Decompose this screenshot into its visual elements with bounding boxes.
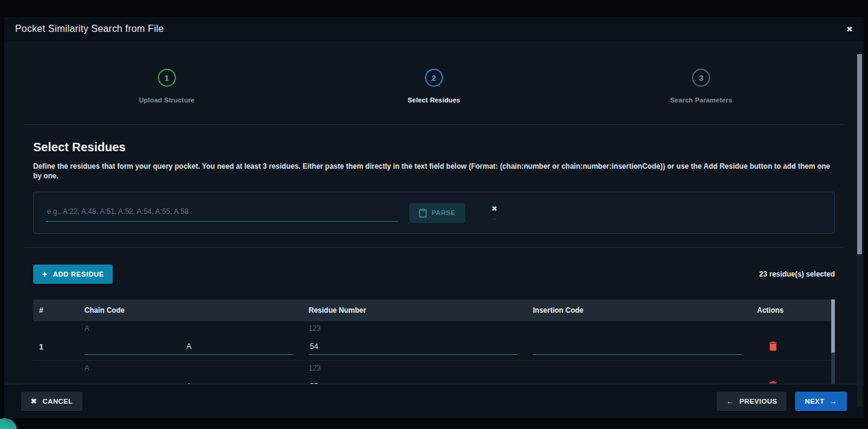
modal-header: Pocket Similarity Search from File ✖ <box>4 17 864 41</box>
step-1-circle: 1 <box>158 69 176 87</box>
row-index: 1 <box>33 343 84 351</box>
background-fab[interactable] <box>0 418 17 429</box>
col-header-actions: Actions <box>757 306 835 315</box>
col-header-index: # <box>33 306 84 315</box>
trash-icon <box>769 342 777 351</box>
modal-body: 1 Upload Structure 2 Select Residues 3 S… <box>4 41 864 384</box>
step-2-label: Select Residues <box>407 96 460 104</box>
parse-divider <box>25 247 843 248</box>
residue-number-input[interactable] <box>309 380 518 384</box>
table-row: 1 <box>33 335 835 359</box>
stepper-divider <box>25 124 843 125</box>
residue-paste-input[interactable] <box>46 204 398 222</box>
step-3-circle: 3 <box>692 69 710 87</box>
delete-row-button[interactable] <box>769 381 777 384</box>
row-index: 2 <box>33 383 84 384</box>
cancel-label: CANCEL <box>42 398 72 405</box>
chain-code-hint: A <box>84 324 309 333</box>
chain-code-input[interactable] <box>84 340 294 355</box>
page-title: Select Residues <box>33 140 835 154</box>
table-scrollbar-thumb[interactable] <box>831 299 835 352</box>
pocket-search-modal: Pocket Similarity Search from File ✖ 1 U… <box>4 17 864 418</box>
modal-title: Pocket Similarity Search from File <box>15 23 164 34</box>
next-button[interactable]: NEXT → <box>795 392 847 411</box>
close-icon[interactable]: ✖ <box>846 25 853 33</box>
chain-code-hint: A <box>84 364 309 372</box>
clear-icon: ✖ <box>492 205 497 212</box>
hint-row: A 123 <box>33 321 835 335</box>
step-upload-structure[interactable]: 1 Upload Structure <box>33 69 300 104</box>
screen: Pocket Similarity Search from File ✖ 1 U… <box>0 0 868 429</box>
clear-dots: ‥ <box>492 214 497 221</box>
stepper: 1 Upload Structure 2 Select Residues 3 S… <box>33 41 835 104</box>
step-search-parameters[interactable]: 3 Search Parameters <box>568 69 835 104</box>
col-header-residue-number: Residue Number <box>309 306 533 315</box>
parse-button-label: PARSE <box>432 209 456 216</box>
selected-count: 23 residue(s) selected <box>760 270 835 278</box>
table-header-row: # Chain Code Residue Number Insertion Co… <box>33 299 835 321</box>
trash-icon <box>769 381 777 384</box>
clear-button[interactable]: ✖ ‥ <box>492 205 497 221</box>
table-scrollbar[interactable] <box>831 299 835 384</box>
chain-code-input[interactable] <box>84 380 294 384</box>
insertion-code-input[interactable] <box>533 340 742 355</box>
footer-right-group: ← PREVIOUS NEXT → <box>717 392 847 411</box>
previous-label: PREVIOUS <box>740 398 778 405</box>
next-label: NEXT <box>805 398 824 405</box>
parse-box: PARSE ✖ ‥ <box>33 192 835 234</box>
paste-icon <box>419 208 427 218</box>
cancel-x-icon: ✖ <box>31 398 37 405</box>
plus-icon: + <box>42 270 48 278</box>
add-residue-button[interactable]: + ADD RESIDUE <box>33 265 113 284</box>
modal-footer: ✖ CANCEL ← PREVIOUS NEXT → <box>4 384 864 418</box>
col-header-chain-code: Chain Code <box>84 306 309 315</box>
table-row: 2 <box>33 375 835 384</box>
residue-table: # Chain Code Residue Number Insertion Co… <box>33 299 835 384</box>
step-3-label: Search Parameters <box>670 96 732 104</box>
insertion-code-input[interactable] <box>533 380 742 384</box>
modal-scrollbar[interactable] <box>857 54 862 407</box>
parse-button[interactable]: PARSE <box>409 203 465 223</box>
arrow-right-icon: → <box>830 398 837 405</box>
add-residue-label: ADD RESIDUE <box>53 271 104 278</box>
delete-row-button[interactable] <box>769 342 777 351</box>
residue-number-hint: 123 <box>309 364 533 372</box>
step-2-circle: 2 <box>425 69 443 87</box>
arrow-left-icon: ← <box>726 398 734 405</box>
residue-number-input[interactable] <box>309 340 518 355</box>
step-1-label: Upload Structure <box>139 96 194 104</box>
section-description: Define the residues that form your query… <box>33 161 835 181</box>
residue-toolbar: + ADD RESIDUE 23 residue(s) selected <box>33 265 835 284</box>
previous-button[interactable]: ← PREVIOUS <box>717 392 787 411</box>
modal-scrollbar-thumb[interactable] <box>857 54 862 254</box>
residue-number-hint: 123 <box>309 324 533 333</box>
hint-row: A 123 <box>33 361 835 375</box>
col-header-insertion-code: Insertion Code <box>533 306 757 315</box>
step-select-residues[interactable]: 2 Select Residues <box>300 69 567 104</box>
cancel-button[interactable]: ✖ CANCEL <box>21 392 83 411</box>
